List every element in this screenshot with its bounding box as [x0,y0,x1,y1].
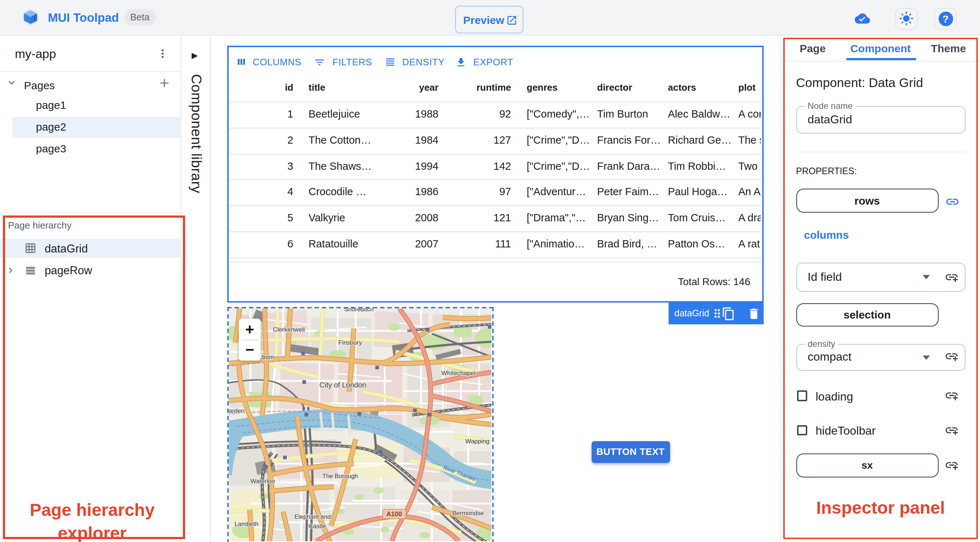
svg-text:Lambeth: Lambeth [234,520,258,527]
svg-text:Shoreditch: Shoreditch [344,308,374,312]
svg-text:The Borough: The Borough [322,472,358,479]
svg-text:Whitechapel: Whitechapel [441,369,476,376]
svg-text:Bermondse: Bermondse [452,509,484,516]
svg-text:Elephant and: Elephant and [294,513,331,520]
svg-text:arden: arden [229,407,244,414]
svg-text:born: born [262,353,274,360]
svg-text:Waterloo: Waterloo [250,477,275,484]
svg-text:Wapping: Wapping [465,437,489,444]
svg-text:Clerkenwell: Clerkenwell [273,326,305,333]
svg-text:Finsbury: Finsbury [338,339,362,346]
svg-text:City of London: City of London [320,381,366,389]
svg-text:A100: A100 [386,510,402,517]
svg-text:Castle: Castle [309,522,326,529]
